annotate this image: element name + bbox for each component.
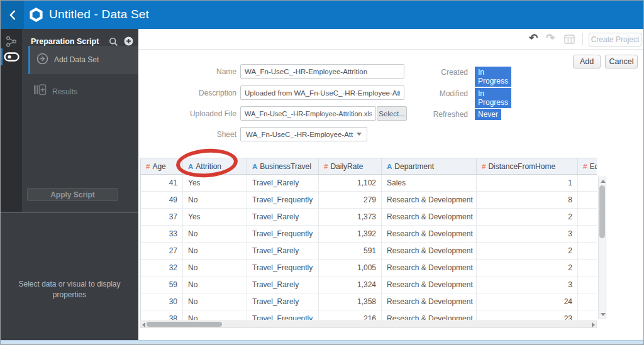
table-cell: No: [183, 277, 247, 293]
table-cell: 3: [477, 226, 578, 242]
name-label: Name: [151, 64, 236, 76]
table-cell: Research & Development: [382, 192, 477, 208]
table-cell: 1,005: [319, 260, 382, 276]
table-cell: Travel_Frequently: [247, 310, 319, 320]
scroll-left-arrow[interactable]: [142, 322, 145, 327]
table-cell: Travel_Rarely: [247, 293, 319, 310]
table-cell: Travel_Frequently: [247, 226, 319, 242]
redo-icon[interactable]: ↷: [546, 31, 555, 45]
create-project-button[interactable]: Create Project: [589, 33, 641, 47]
data-flow-icon[interactable]: [4, 52, 19, 65]
table-cell: Research & Development: [382, 209, 477, 225]
modified-label: Modified: [402, 88, 468, 98]
table-cell: Yes: [183, 209, 247, 225]
back-button[interactable]: [1, 1, 24, 29]
selected-tool-indicator: [1, 48, 3, 65]
table-cell: [578, 226, 597, 242]
table-cell: Research & Development: [382, 310, 477, 320]
column-header-department[interactable]: ADepartment: [382, 158, 477, 174]
table-row: 27NoTravel_Rarely591Research & Developme…: [141, 243, 597, 260]
cancel-button[interactable]: Cancel: [605, 55, 638, 68]
table-cell: Research & Development: [382, 260, 477, 276]
table-cell: [578, 310, 597, 320]
table-cell: Sales: [382, 175, 477, 191]
left-icon-strip: [1, 29, 22, 212]
table-cell: [578, 260, 597, 276]
sheet-label: Sheet: [151, 127, 236, 139]
table-cell: 23: [477, 310, 578, 320]
table-cell: 1,358: [319, 293, 382, 310]
vertical-scrollbar-thumb[interactable]: [599, 185, 605, 238]
apply-script-button[interactable]: Apply Script: [27, 188, 118, 201]
vertical-scrollbar[interactable]: [598, 177, 606, 319]
app-logo-icon: [29, 8, 43, 25]
table-cell: 1: [477, 175, 578, 191]
text-type-icon: A: [387, 163, 392, 170]
sidebar-item-add-data-set[interactable]: Add Data Set: [28, 46, 138, 74]
back-chevron-icon: [9, 9, 16, 21]
number-type-icon: #: [146, 163, 150, 170]
table-cell: Travel_Rarely: [247, 243, 319, 259]
table-cell: 27: [141, 243, 183, 259]
horizontal-scrollbar-thumb[interactable]: [147, 322, 222, 327]
table-cell: Research & Development: [382, 243, 477, 259]
column-header-label: DistanceFromHome: [488, 162, 555, 171]
table-header-row: #AgeAAttritionABusinessTravel#DailyRateA…: [141, 158, 597, 175]
table-cell: No: [183, 243, 247, 259]
column-header-label: Department: [394, 162, 434, 171]
results-icon: [33, 84, 47, 98]
table-cell: Travel_Rarely: [247, 209, 319, 225]
uploaded-file-label: Uploaded File: [151, 106, 236, 118]
sidebar-divider: [1, 212, 138, 213]
table-cell: 41: [141, 175, 183, 191]
table-body: 41YesTravel_Rarely1,102Sales149NoTravel_…: [141, 175, 597, 320]
sidebar-item-label: Results: [52, 87, 77, 96]
column-header-edu[interactable]: #Edu: [578, 158, 597, 174]
column-header-distancefromhome[interactable]: #DistanceFromHome: [477, 158, 578, 174]
add-button[interactable]: Add: [573, 55, 601, 68]
column-header-businesstravel[interactable]: ABusinessTravel: [247, 158, 319, 174]
table-cell: No: [183, 226, 247, 242]
column-header-attrition[interactable]: AAttrition: [183, 158, 247, 174]
scroll-down-arrow[interactable]: [601, 313, 606, 316]
inspect-icon[interactable]: [564, 35, 575, 47]
uploaded-file-input[interactable]: [240, 106, 376, 121]
table-cell: No: [183, 260, 247, 276]
number-type-icon: #: [324, 163, 328, 170]
table-row: 41YesTravel_Rarely1,102Sales1: [141, 175, 597, 192]
table-cell: No: [183, 192, 247, 208]
refreshed-label: Refreshed: [402, 109, 468, 119]
column-header-label: BusinessTravel: [260, 162, 311, 171]
sidebar-item-results[interactable]: Results: [28, 82, 138, 102]
description-input[interactable]: [240, 85, 404, 100]
table-cell: 37: [141, 209, 183, 225]
table-cell: 3: [477, 277, 578, 293]
connections-icon[interactable]: [5, 35, 18, 50]
scroll-right-arrow[interactable]: [592, 322, 595, 327]
table-cell: 2: [477, 243, 578, 259]
modified-value-badge: In Progress: [475, 88, 511, 108]
table-cell: [578, 243, 597, 259]
name-input[interactable]: [240, 64, 404, 79]
description-label: Description: [151, 85, 236, 97]
table-cell: No: [183, 293, 247, 310]
table-cell: [578, 192, 597, 208]
horizontal-scrollbar[interactable]: [140, 320, 597, 328]
window-bottom-edge: [1, 340, 643, 344]
scroll-up-arrow[interactable]: [601, 180, 606, 183]
undo-icon[interactable]: ↶: [529, 31, 538, 45]
table-cell: 2: [477, 260, 578, 276]
table-row: 49NoTravel_Frequently279Research & Devel…: [141, 192, 597, 209]
text-type-icon: A: [188, 163, 193, 170]
sheet-dropdown[interactable]: WA_Fn-UseC_-HR-Employee-Attriti: [240, 127, 367, 141]
table-cell: [578, 293, 597, 310]
column-header-dailyrate[interactable]: #DailyRate: [319, 158, 382, 174]
number-type-icon: #: [583, 163, 587, 170]
column-header-label: Edu: [589, 162, 597, 171]
properties-placeholder-message: Select data or visual to display propert…: [1, 279, 138, 300]
toolbar: ↶ ↷ Create Project: [138, 29, 643, 50]
column-header-age[interactable]: #Age: [141, 158, 183, 174]
created-value-badge: In Progress: [475, 67, 511, 87]
table-cell: 216: [319, 310, 382, 320]
table-cell: 1,102: [319, 175, 382, 191]
